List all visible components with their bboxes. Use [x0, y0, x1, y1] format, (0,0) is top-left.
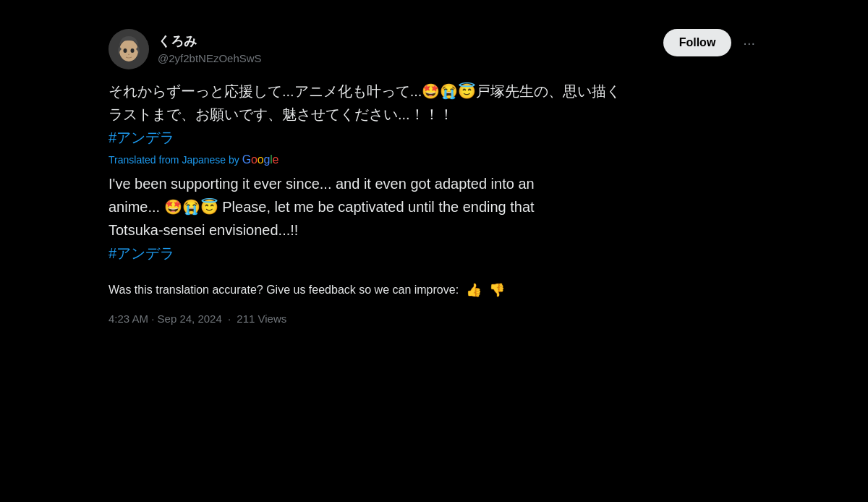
more-icon: ···	[743, 35, 755, 51]
tweet-header-left: くろみ @2yf2btNEzOehSwS	[109, 29, 262, 69]
english-line3: Totsuka-sensei envisioned...!!	[109, 222, 298, 238]
display-name[interactable]: くろみ	[158, 33, 262, 50]
translation-label: Translated from Japanese by Google	[109, 153, 760, 166]
hashtag-english[interactable]: #アンデラ	[109, 245, 174, 261]
tweet-body: それからずーっと応援して...アニメ化も叶って...🤩😭😇戸塚先生の、思い描く …	[109, 80, 760, 298]
tweet-text-japanese: それからずーっと応援して...アニメ化も叶って...🤩😭😇戸塚先生の、思い描く …	[109, 80, 760, 149]
tweet-meta: 4:23 AM · Sep 24, 2024 · 211 Views	[109, 312, 760, 325]
japanese-line1: それからずーっと応援して...アニメ化も叶って...🤩😭😇戸塚先生の、思い描く	[109, 83, 621, 99]
japanese-line2: ラストまで、お願いです、魅させてください...！！！	[109, 106, 454, 122]
svg-point-3	[131, 48, 135, 53]
english-line2: anime... 🤩😭😇 Please, let me be captivate…	[109, 199, 535, 215]
feedback-text: Was this translation accurate? Give us f…	[109, 284, 459, 297]
google-logo: Google	[242, 153, 278, 166]
follow-button[interactable]: Follow	[663, 29, 732, 56]
views-count: 211 Views	[237, 312, 286, 325]
translated-from-text: Translated from Japanese by	[109, 154, 239, 166]
timestamp: 4:23 AM · Sep 24, 2024	[109, 312, 222, 325]
tweet-card: くろみ @2yf2btNEzOehSwS Follow ··· それからずーっと…	[109, 17, 760, 336]
user-info: くろみ @2yf2btNEzOehSwS	[158, 33, 262, 66]
separator-dot: ·	[228, 312, 231, 325]
more-options-button[interactable]: ···	[739, 32, 760, 54]
tweet-text-english: I've been supporting it ever since... an…	[109, 172, 760, 265]
tweet-header: くろみ @2yf2btNEzOehSwS Follow ···	[109, 29, 760, 69]
thumbs-down-button[interactable]: 👎	[489, 282, 505, 298]
avatar[interactable]	[109, 29, 149, 69]
hashtag-japanese[interactable]: #アンデラ	[109, 129, 174, 145]
tweet-header-right: Follow ···	[663, 29, 760, 56]
username[interactable]: @2yf2btNEzOehSwS	[158, 51, 262, 66]
svg-point-2	[124, 48, 127, 53]
feedback-section: Was this translation accurate? Give us f…	[109, 282, 760, 298]
english-line1: I've been supporting it ever since... an…	[109, 176, 535, 192]
thumbs-up-button[interactable]: 👍	[466, 282, 482, 298]
